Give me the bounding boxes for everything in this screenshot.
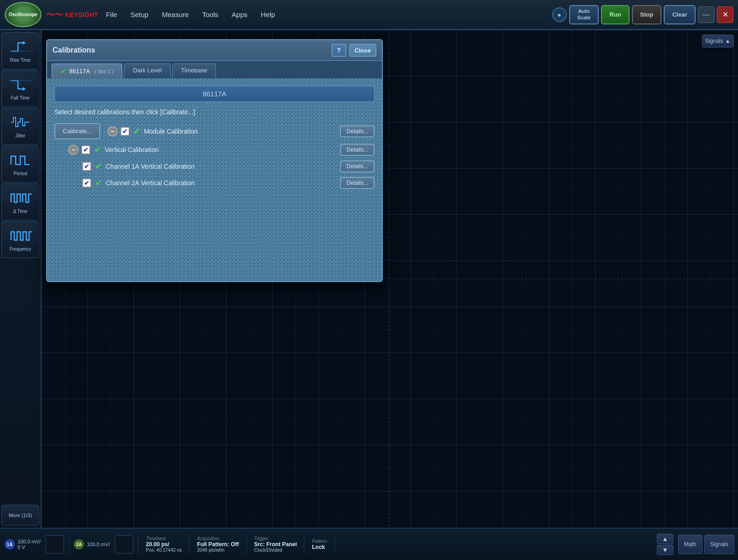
sidebar-item-frequency[interactable]: Frequency [1, 221, 39, 258]
nav-up-button[interactable]: ▲ [657, 534, 673, 544]
signals-status-label: Signals [710, 541, 728, 548]
tab-check-icon: ✔ [60, 67, 66, 76]
signals-status-button[interactable]: Signals [704, 535, 734, 554]
channel-1-status: 1A 100.0 mV/ 0 V [0, 533, 69, 555]
tab-device[interactable]: ✔ 86117A ( Slot 1 ) [52, 64, 122, 78]
clear-button[interactable]: Clear [664, 5, 696, 24]
module-details-button[interactable]: Details... [340, 125, 375, 137]
clear-label: Clear [672, 11, 687, 18]
menu-tools[interactable]: Tools [196, 9, 224, 20]
timebase-status: Timebase 20.00 ps/ Pos: 40.17442 ns [138, 534, 190, 554]
ch1-header: 1A 100.0 mV/ 0 V [5, 535, 64, 554]
ch1a-status-icon: ✔ [95, 161, 102, 171]
more-button[interactable]: More (1/3) [1, 505, 39, 525]
dialog-help-button[interactable]: ? [332, 44, 346, 57]
channel-2-status: 2A 100.0 mV/ [69, 533, 138, 555]
ch1-badge-label: 1A [7, 542, 13, 547]
rise-time-icon [9, 39, 32, 56]
signals-label: Signals [705, 38, 723, 44]
tab-dark-level[interactable]: Dark Level [124, 64, 170, 78]
period-icon [9, 153, 32, 169]
oscilloscope-logo-text: Oscilloscope [9, 12, 37, 17]
tab-timebase[interactable]: Timebase [173, 64, 216, 78]
sidebar-item-rise-time[interactable]: Rise Time [1, 32, 39, 69]
menu-bar: Oscilloscope 〜〜 KEYSIGHT File Setup Meas… [0, 0, 738, 30]
tab-dark-level-label: Dark Level [133, 67, 161, 74]
delta-time-icon [9, 190, 32, 207]
run-button[interactable]: Run [601, 5, 629, 24]
minimize-button[interactable]: — [698, 6, 714, 23]
ch2-waveform-thumbnail [115, 535, 133, 554]
ch2a-details-button[interactable]: Details... [340, 177, 375, 189]
calibration-instruction: Select desired calibrations then click [… [54, 108, 375, 116]
status-bar: 1A 100.0 mV/ 0 V 2A 100.0 mV/ Timebase 2… [0, 528, 738, 560]
stop-button[interactable]: Stop [632, 5, 662, 24]
signals-button[interactable]: Signals ▲ [702, 35, 733, 47]
dialog-body: 86117A Select desired calibrations then … [47, 78, 382, 281]
vertical-checkbox[interactable]: ✔ [81, 145, 90, 154]
timebase-pos: Pos: 40.17442 ns [146, 548, 182, 553]
menu-apps[interactable]: Apps [226, 9, 253, 20]
dialog-titlebar: Calibrations ? Close [47, 40, 382, 61]
module-cal-label: Module Calibration [144, 128, 340, 135]
fall-time-icon [9, 77, 32, 94]
math-button[interactable]: Math [678, 535, 702, 554]
auto-scale-label: AutoScale [577, 8, 591, 20]
timebase-label: Timebase [146, 536, 182, 541]
tab-slot-label: ( Slot 1 ) [95, 69, 114, 74]
menu-help[interactable]: Help [256, 9, 281, 20]
vertical-status-icon: ✔ [94, 145, 101, 155]
module-minus-icon[interactable]: − [107, 126, 118, 136]
pattern-value: Lock [312, 544, 327, 550]
ch2a-status-icon: ✔ [95, 178, 102, 188]
calibrate-button[interactable]: Calibrate... [54, 123, 100, 139]
ch2-values: 100.0 mV/ [87, 542, 110, 547]
vertical-minus-icon[interactable]: − [68, 145, 78, 155]
period-label: Period [14, 171, 27, 176]
circle-indicator: ● [552, 7, 567, 22]
ch1-badge[interactable]: 1A [5, 539, 15, 549]
menu-measure[interactable]: Measure [156, 9, 194, 20]
ch1-value1: 100.0 mV/ [18, 539, 41, 544]
auto-scale-button[interactable]: AutoScale [569, 5, 599, 24]
rise-time-label: Rise Time [10, 58, 30, 63]
signals-panel-header: Signals ▲ [702, 35, 733, 47]
dialog-tabs: ✔ 86117A ( Slot 1 ) Dark Level Timebase [47, 61, 382, 78]
acquisition-status: Acquisition Full Pattern: Off 2048 pts/w… [190, 534, 247, 554]
ch1a-checkbox[interactable]: ✔ [82, 162, 91, 171]
trigger-value1: Src: Front Panel [254, 541, 297, 548]
ch2a-cal-label: Channel 2A Vertical Calibration [106, 179, 340, 187]
module-checkbox[interactable]: ✔ [120, 127, 130, 136]
ch2a-checkbox[interactable]: ✔ [82, 178, 91, 188]
left-sidebar: Rise Time Fall Time Jitter [0, 30, 42, 528]
calibrate-label: Calibrate... [63, 128, 92, 135]
dialog-close-button[interactable]: Close [349, 44, 376, 57]
sidebar-item-fall-time[interactable]: Fall Time [1, 70, 39, 107]
nav-down-button[interactable]: ▼ [657, 545, 673, 555]
vertical-details-button[interactable]: Details... [340, 144, 375, 156]
run-label: Run [609, 11, 621, 18]
cal-row-vertical: − ✔ ✔ Vertical Calibration Details... [68, 144, 375, 156]
menu-setup[interactable]: Setup [125, 9, 154, 20]
stop-label: Stop [640, 11, 654, 18]
acquisition-value2: 2048 pts/wfm [197, 548, 239, 553]
sidebar-item-jitter[interactable]: Jitter [1, 108, 39, 145]
device-header-label: 86117A [54, 86, 375, 102]
trigger-value2: Clock/Divided [254, 548, 297, 553]
signals-chevron-icon: ▲ [725, 38, 731, 44]
calibrations-dialog: Calibrations ? Close ✔ 86117A ( Slot 1 ) [46, 39, 383, 282]
keysight-logo: 〜〜 KEYSIGHT [46, 9, 98, 20]
sidebar-item-delta-time[interactable]: Δ Time [1, 183, 39, 220]
acquisition-value1: Full Pattern: Off [197, 541, 239, 548]
window-close-button[interactable]: ✕ [717, 6, 733, 23]
menu-file[interactable]: File [101, 9, 123, 20]
cal-row-ch2a: ✔ ✔ Channel 2A Vertical Calibration Deta… [82, 177, 375, 189]
timebase-value: 20.00 ps/ [146, 541, 182, 548]
trigger-label: Trigger [254, 536, 297, 541]
sidebar-item-period[interactable]: Period [1, 146, 39, 183]
oscilloscope-logo[interactable]: Oscilloscope [5, 2, 42, 27]
ch1a-details-button[interactable]: Details... [340, 160, 375, 172]
ch2-badge[interactable]: 2A [74, 539, 84, 549]
dialog-title: Calibrations [53, 46, 95, 54]
trigger-status: Trigger Src: Front Panel Clock/Divided [247, 534, 305, 554]
